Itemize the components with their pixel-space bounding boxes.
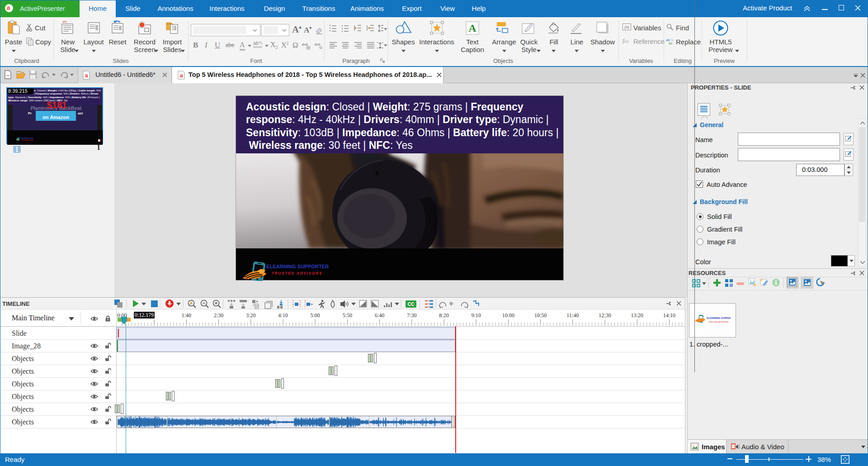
svg-text:ac: ac <box>669 41 672 45</box>
svg-text:TRUSTED ADVISORS: TRUSTED ADVISORS <box>708 321 729 323</box>
svg-text:A: A <box>468 22 476 34</box>
svg-text:9:10: 9:10 <box>472 312 481 319</box>
svg-text:ELEARNING SUPPORTER: ELEARNING SUPPORTER <box>20 138 33 139</box>
svg-text:ELEARNING SUPPORTER: ELEARNING SUPPORTER <box>707 317 731 319</box>
svg-text:12:30: 12:30 <box>599 312 611 319</box>
svg-text:3:20: 3:20 <box>246 312 255 319</box>
svg-text:a: a <box>85 72 88 79</box>
svg-text:a: a <box>179 72 183 79</box>
svg-text:2:30: 2:30 <box>214 312 223 319</box>
svg-text:10:00: 10:00 <box>502 312 514 319</box>
svg-text:1:40: 1:40 <box>182 312 191 319</box>
svg-text:TRUSTED ADVISORS: TRUSTED ADVISORS <box>21 139 33 141</box>
svg-text:11:40: 11:40 <box>566 312 579 319</box>
svg-text:10:50: 10:50 <box>534 312 547 319</box>
svg-text:14:10: 14:10 <box>663 312 675 319</box>
svg-text:8:20: 8:20 <box>439 312 448 319</box>
svg-text:4:10: 4:10 <box>278 312 288 319</box>
svg-text:5:00: 5:00 <box>311 312 320 319</box>
svg-text:5:50: 5:50 <box>343 312 352 319</box>
svg-text:13:20: 13:20 <box>631 312 643 319</box>
svg-text:6:40: 6:40 <box>375 312 384 319</box>
svg-text:(x): (x) <box>624 25 629 29</box>
svg-text:CC: CC <box>408 302 414 307</box>
svg-text:7:30: 7:30 <box>407 312 416 319</box>
